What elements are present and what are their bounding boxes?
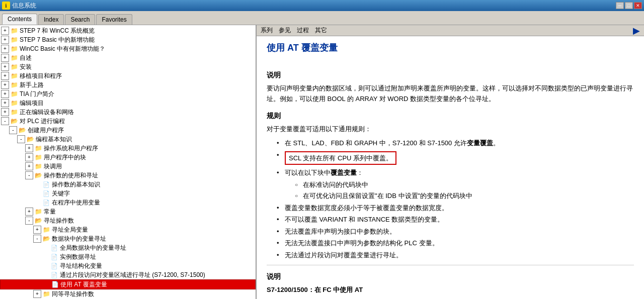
doc-icon: 📄	[50, 262, 58, 270]
app-icon: ℹ	[2, 2, 10, 10]
toolbar-series[interactable]: 系列	[261, 26, 273, 35]
expand-icon[interactable]: +	[1, 81, 9, 89]
expand-icon[interactable]: +	[1, 27, 9, 35]
tree-item[interactable]: + 📁 移植项目和程序	[0, 71, 256, 80]
tree-item[interactable]: + 📁 常量	[0, 207, 256, 216]
tab-index[interactable]: Index	[38, 14, 64, 25]
right-content[interactable]: 使用 AT 覆盖变量 说明 要访问声明变量内的数据区域，则可以通过附加声明来覆盖…	[257, 36, 644, 299]
maximize-button[interactable]: □	[625, 2, 633, 9]
close-button[interactable]: ✕	[634, 2, 642, 9]
tree-label: 正在编辑设备和网络	[20, 108, 74, 116]
expand-icon[interactable]: +	[1, 108, 9, 116]
expand-icon[interactable]: +	[25, 208, 33, 216]
tab-favorites[interactable]: Favorites	[96, 14, 132, 25]
expand-icon[interactable]: -	[1, 117, 9, 125]
tree-item[interactable]: + 📁 自述	[0, 53, 256, 62]
tree-item[interactable]: - 📂 创建用户程序	[0, 126, 256, 135]
list-item: 无法通过片段访问对覆盖变量进行寻址。	[277, 250, 634, 260]
tree-item[interactable]: 📄 在程序中使用变量	[0, 198, 256, 207]
expand-icon[interactable]: +	[1, 45, 9, 53]
title-bar: ℹ 信息系统 ─ □ ✕	[0, 0, 644, 11]
tree-label: 对 PLC 进行编程	[20, 117, 65, 125]
expand-icon[interactable]: +	[1, 90, 9, 98]
tree-item[interactable]: + 📁 正在编辑设备和网络	[0, 108, 256, 117]
tab-search[interactable]: Search	[65, 14, 95, 25]
minimize-button[interactable]: ─	[616, 2, 624, 9]
tree-item[interactable]: 📄 全局数据块中的变量寻址	[0, 243, 256, 252]
tree-item[interactable]: + 📁 编辑项目	[0, 98, 256, 108]
tab-contents[interactable]: Contents	[2, 14, 37, 25]
tree-label: 操作系统和用户程序	[44, 144, 98, 152]
expand-icon[interactable]: -	[17, 135, 25, 143]
tree-item[interactable]: 📄 寻址结构化变量	[0, 261, 256, 270]
tree-item[interactable]: - 📂 寻址操作数	[0, 216, 256, 225]
tree-item[interactable]: - 📂 对 PLC 进行编程	[0, 117, 256, 126]
tree-item[interactable]: + 📁 新手上路	[0, 80, 256, 89]
expand-icon[interactable]: +	[1, 36, 9, 44]
main-window: Contents Index Search Favorites + 📁 STEP…	[0, 11, 644, 299]
folder-icon: 📁	[34, 153, 42, 161]
expand-icon[interactable]: +	[1, 54, 9, 62]
tree-item[interactable]: + 📁 块调用	[0, 162, 256, 171]
tree-item[interactable]: 📄 通过片段访问对变量区域进行寻址 (S7-1200, S7-1500)	[0, 270, 256, 279]
folder-icon: 📂	[18, 126, 26, 134]
expand-icon[interactable]: +	[33, 290, 41, 298]
tree-label: 安装	[20, 63, 32, 71]
toolbar-seealso[interactable]: 参见	[279, 26, 291, 35]
tree-item[interactable]: + 📁 用户程序中的块	[0, 153, 256, 162]
tree-label: 同等寻址操作数	[52, 290, 94, 298]
tree-item[interactable]: + 📁 STEP 7 和 WinCC 系统概览	[0, 26, 256, 35]
tree-item[interactable]: + 📁 安装	[0, 62, 256, 71]
doc-icon: 📄	[50, 271, 58, 279]
tree-item[interactable]: + 📁 寻址全局变量	[0, 225, 256, 234]
tree-item[interactable]: - 📂 操作数的使用和寻址	[0, 171, 256, 180]
folder-icon: 📁	[10, 81, 18, 89]
tree-item[interactable]: + 📁 STEP 7 Basic 中的新增功能	[0, 35, 256, 44]
doc-icon: 📄	[50, 244, 58, 252]
doc-icon: 📄	[51, 280, 59, 288]
tree-container[interactable]: + 📁 STEP 7 和 WinCC 系统概览 + 📁 STEP 7 Basic…	[0, 25, 256, 299]
highlighted-rule: SCL 支持在所有 CPU 系列中覆盖。	[285, 151, 396, 165]
nav-forward-button[interactable]: ▶	[633, 25, 640, 36]
expand-icon[interactable]: +	[1, 99, 9, 107]
expand-icon[interactable]: -	[25, 171, 33, 179]
toolbar-process[interactable]: 过程	[297, 26, 309, 35]
tree-item[interactable]: - 📂 编程基本知识	[0, 135, 256, 144]
tree-label: 在程序中使用变量	[52, 198, 100, 207]
tree-label: 用户程序中的块	[44, 153, 86, 161]
tree-label: 数据块中的变量寻址	[52, 235, 106, 243]
expand-icon[interactable]: -	[33, 235, 41, 243]
expand-icon[interactable]: +	[25, 144, 33, 152]
tree-label: 移植项目和程序	[20, 72, 62, 80]
tree-label: 全局数据块中的变量寻址	[60, 244, 126, 252]
tree-label: 创建用户程序	[28, 126, 64, 134]
expand-icon[interactable]: +	[25, 162, 33, 170]
tree-label: TIA 门户简介	[20, 90, 54, 98]
tree-item[interactable]: 📄 实例数据寻址	[0, 252, 256, 261]
toolbar-other[interactable]: 其它	[315, 26, 327, 35]
folder-icon: 📂	[26, 135, 34, 143]
tree-label: 块调用	[44, 162, 62, 170]
rules-list: 在 STL、LAD、FBD 和 GRAPH 中，S7-1200 和 S7-150…	[277, 138, 634, 260]
tree-item-selected[interactable]: 📄 使用 AT 覆盖变量	[0, 279, 256, 289]
folder-icon: 📁	[34, 162, 42, 170]
expand-icon[interactable]: +	[1, 63, 9, 71]
expand-icon[interactable]: +	[1, 72, 9, 80]
tree-item[interactable]: + 📁 WinCC Basic 中有何新增功能？	[0, 44, 256, 53]
folder-icon: 📂	[34, 217, 42, 225]
expand-icon[interactable]: +	[33, 226, 41, 234]
tree-item[interactable]: 📄 关键字	[0, 189, 256, 198]
tree-item[interactable]: + 📁 同等寻址操作数	[0, 289, 256, 298]
tree-label: 使用 AT 覆盖变量	[60, 280, 107, 288]
folder-icon: 📁	[10, 99, 18, 107]
tree-item[interactable]: + 📁 TIA 门户简介	[0, 89, 256, 98]
expand-icon[interactable]: -	[9, 126, 17, 134]
expand-icon[interactable]: -	[25, 217, 33, 225]
tree-item[interactable]: 📄 操作数的基本知识	[0, 180, 256, 189]
tree-label: 自述	[20, 54, 32, 62]
tree-item[interactable]: + 📁 操作系统和用户程序	[0, 144, 256, 153]
expand-icon[interactable]: +	[25, 153, 33, 161]
list-item: 无法覆盖库中声明为接口中参数的块。	[277, 227, 634, 237]
folder-icon: 📁	[10, 72, 18, 80]
tree-item[interactable]: - 📂 数据块中的变量寻址	[0, 234, 256, 243]
